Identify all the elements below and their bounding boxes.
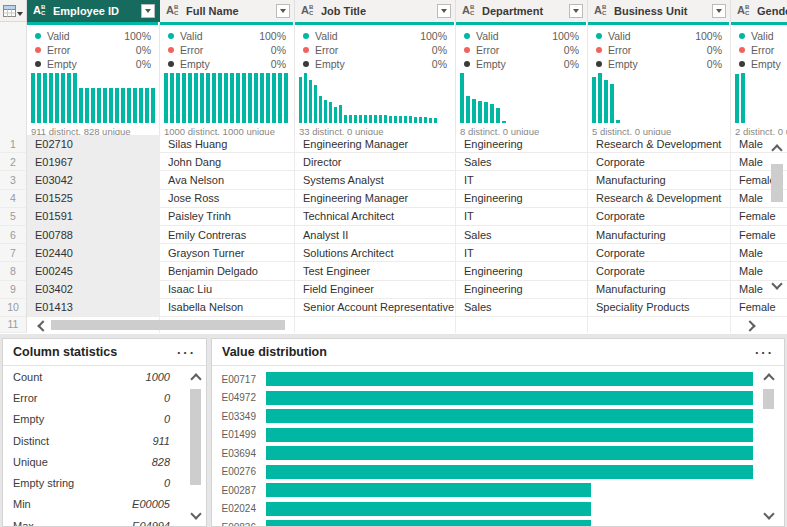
table-cell[interactable]: E03042	[27, 171, 160, 189]
column-header-full-name[interactable]: ABCFull Name	[160, 0, 295, 22]
distribution-bar[interactable]	[266, 465, 753, 479]
table-cell[interactable]: Engineering	[456, 281, 588, 299]
scroll-down-icon[interactable]	[763, 508, 774, 519]
table-cell[interactable]: Corporate	[588, 244, 731, 262]
column-header-job-title[interactable]: ABCJob Title	[295, 0, 456, 22]
filter-dropdown-button[interactable]	[141, 4, 155, 18]
table-cell[interactable]: IT	[456, 171, 588, 189]
table-cell[interactable]: Solutions Architect	[295, 244, 456, 262]
distribution-bar[interactable]	[266, 409, 753, 423]
table-cell[interactable]: E00245	[27, 262, 160, 280]
ellipsis-icon[interactable]: ···	[755, 345, 774, 360]
distribution-bar[interactable]	[266, 520, 591, 527]
filter-dropdown-button[interactable]	[276, 4, 290, 18]
table-cell[interactable]: Engineering	[456, 190, 588, 208]
scroll-up-icon[interactable]	[190, 373, 201, 384]
distribution-bar[interactable]	[266, 428, 753, 442]
vertical-scrollbar[interactable]	[770, 140, 785, 310]
table-cell[interactable]: Sales	[456, 153, 588, 171]
table-cell[interactable]: Engineering Manager	[295, 135, 456, 153]
table-cell[interactable]: Sales	[456, 226, 588, 244]
table-cell[interactable]: Engineering Manager	[295, 190, 456, 208]
table-cell[interactable]: Isaac Liu	[160, 281, 295, 299]
table-cell[interactable]: Manufacturing	[588, 171, 731, 189]
table-cell[interactable]: Engineering	[456, 135, 588, 153]
table-cell[interactable]: Jose Ross	[160, 190, 295, 208]
distribution-bar[interactable]	[266, 502, 591, 516]
table-cell[interactable]: Silas Huang	[160, 135, 295, 153]
table-cell[interactable]: E00788	[27, 226, 160, 244]
table-cell[interactable]: IT	[456, 244, 588, 262]
table-cell[interactable]: Test Engineer	[295, 262, 456, 280]
table-cell[interactable]: Grayson Turner	[160, 244, 295, 262]
table-cell[interactable]: E02710	[27, 135, 160, 153]
stat-row-empty-string: Empty string0	[3, 472, 206, 493]
table-cell[interactable]: Corporate	[588, 262, 731, 280]
distribution-scroll-thumb[interactable]	[763, 389, 774, 409]
scroll-left-icon[interactable]	[37, 320, 48, 331]
filter-dropdown-button[interactable]	[569, 4, 583, 18]
table-cell[interactable]: Manufacturing	[588, 281, 731, 299]
distribution-category-label: E00836	[212, 522, 256, 527]
table-cell[interactable]: Technical Architect	[295, 208, 456, 226]
table-cell[interactable]: Field Engineer	[295, 281, 456, 299]
table-cell[interactable]: Director	[295, 153, 456, 171]
table-cell[interactable]: Benjamin Delgado	[160, 262, 295, 280]
scroll-up-icon[interactable]	[771, 144, 782, 155]
column-header-business-unit[interactable]: ABCBusiness Unit	[588, 0, 731, 22]
distribution-category-label: E00717	[212, 374, 256, 385]
table-cell[interactable]: Ava Nelson	[160, 171, 295, 189]
table-cell[interactable]: Paisley Trinh	[160, 208, 295, 226]
table-cell[interactable]: Sales	[456, 299, 588, 317]
table-cell[interactable]: E02440	[27, 244, 160, 262]
scroll-down-icon[interactable]	[771, 278, 782, 289]
column-header-employee-id[interactable]: ABCEmployee ID	[27, 0, 160, 22]
table-cell[interactable]: Engineering	[456, 262, 588, 280]
filter-dropdown-button[interactable]	[437, 4, 451, 18]
table-cell[interactable]: E01525	[27, 190, 160, 208]
distribution-bar[interactable]	[266, 372, 753, 386]
stats-scroll-thumb[interactable]	[190, 389, 201, 485]
table-cell[interactable]: John Dang	[160, 153, 295, 171]
abc-text-icon: ABC	[166, 4, 181, 18]
horizontal-scroll-thumb[interactable]	[51, 320, 285, 330]
table-cell[interactable]: E01967	[27, 153, 160, 171]
table-cell[interactable]: Emily Contreras	[160, 226, 295, 244]
filter-dropdown-button[interactable]	[712, 4, 726, 18]
distribution-bar[interactable]	[266, 446, 753, 460]
table-cell[interactable]: Analyst II	[295, 226, 456, 244]
scroll-up-icon[interactable]	[763, 373, 774, 384]
table-cell[interactable]: E01591	[27, 208, 160, 226]
column-header-department[interactable]: ABCDepartment	[456, 0, 588, 22]
table-select-all-button[interactable]	[0, 0, 27, 22]
table-cell[interactable]: Systems Analyst	[295, 171, 456, 189]
value-histogram	[160, 73, 294, 123]
histogram-bar	[344, 115, 347, 124]
table-cell[interactable]: Corporate	[588, 208, 731, 226]
table-cell[interactable]: Manufacturing	[588, 226, 731, 244]
ellipsis-icon[interactable]: ···	[177, 345, 196, 360]
distribution-bar[interactable]	[266, 391, 753, 405]
horizontal-scrollbar[interactable]	[27, 319, 760, 332]
value-histogram	[731, 73, 787, 123]
distribution-bar[interactable]	[266, 483, 591, 497]
stats-scrollbar[interactable]	[189, 371, 203, 522]
vertical-scroll-thumb[interactable]	[771, 164, 783, 202]
table-cell[interactable]: Research & Development	[588, 190, 731, 208]
table-cell[interactable]: Corporate	[588, 153, 731, 171]
table-grid-icon	[3, 5, 16, 17]
column-header-gender[interactable]: ABCGender	[731, 0, 787, 22]
table-cell[interactable]: Speciality Products	[588, 299, 731, 317]
table-cell[interactable]: Isabella Nelson	[160, 299, 295, 317]
histogram-bar	[73, 73, 77, 123]
table-cell[interactable]: Senior Account Representative	[295, 299, 456, 317]
table-cell[interactable]: Research & Development	[588, 135, 731, 153]
scroll-right-icon[interactable]	[744, 320, 755, 331]
histogram-bar	[314, 85, 317, 123]
table-cell[interactable]: E03402	[27, 281, 160, 299]
table-cell[interactable]: E01413	[27, 299, 160, 317]
table-cell[interactable]: IT	[456, 208, 588, 226]
histogram-bar	[61, 73, 65, 123]
distribution-scrollbar[interactable]	[762, 371, 776, 522]
scroll-down-icon[interactable]	[190, 508, 201, 519]
